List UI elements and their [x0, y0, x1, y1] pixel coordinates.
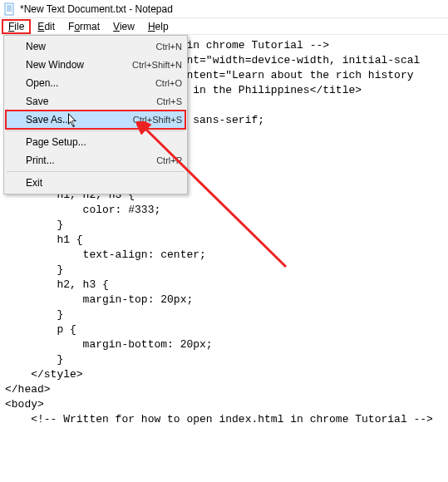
menu-item-label: New Window [26, 59, 132, 71]
menu-format[interactable]: Format [62, 19, 106, 34]
menu-view[interactable]: View [106, 19, 141, 34]
notepad-icon [3, 2, 17, 16]
menu-item-shortcut: Ctrl+Shift+S [133, 115, 182, 125]
menu-item-exit[interactable]: Exit [6, 174, 185, 192]
menubar: File Edit Format View Help [0, 18, 448, 35]
menu-item-shortcut: Ctrl+S [156, 96, 182, 106]
menu-item-new[interactable]: NewCtrl+N [6, 37, 185, 56]
menu-item-page-setup[interactable]: Page Setup... [6, 133, 185, 151]
menu-item-shortcut: Ctrl+O [155, 78, 182, 88]
menu-item-shortcut: Ctrl+Shift+N [132, 60, 182, 70]
menu-item-label: Open... [26, 77, 155, 89]
titlebar: *New Text Document.txt - Notepad [0, 0, 448, 18]
file-menu-dropdown: NewCtrl+NNew WindowCtrl+Shift+NOpen...Ct… [3, 35, 188, 194]
menu-edit[interactable]: Edit [31, 19, 62, 34]
menu-item-open[interactable]: Open...Ctrl+O [6, 74, 185, 92]
menu-item-label: New [26, 41, 156, 52]
menu-help[interactable]: Help [141, 19, 175, 34]
menu-item-shortcut: Ctrl+N [156, 42, 182, 52]
menu-item-save-as[interactable]: Save As...Ctrl+Shift+S [6, 111, 185, 129]
menu-item-save[interactable]: SaveCtrl+S [6, 92, 185, 111]
window-title: *New Text Document.txt - Notepad [20, 3, 173, 15]
menu-item-print[interactable]: Print...Ctrl+P [6, 151, 185, 170]
menu-item-shortcut: Ctrl+P [156, 155, 182, 165]
menu-item-label: Save As... [26, 114, 133, 125]
menu-file[interactable]: File [2, 19, 31, 34]
menu-item-label: Page Setup... [26, 136, 182, 148]
menu-separator [7, 130, 185, 131]
menu-separator [7, 171, 185, 172]
menu-item-label: Print... [26, 155, 156, 166]
menu-item-label: Save [26, 96, 156, 107]
menu-item-label: Exit [26, 177, 182, 189]
menu-item-new-window[interactable]: New WindowCtrl+Shift+N [6, 56, 185, 74]
